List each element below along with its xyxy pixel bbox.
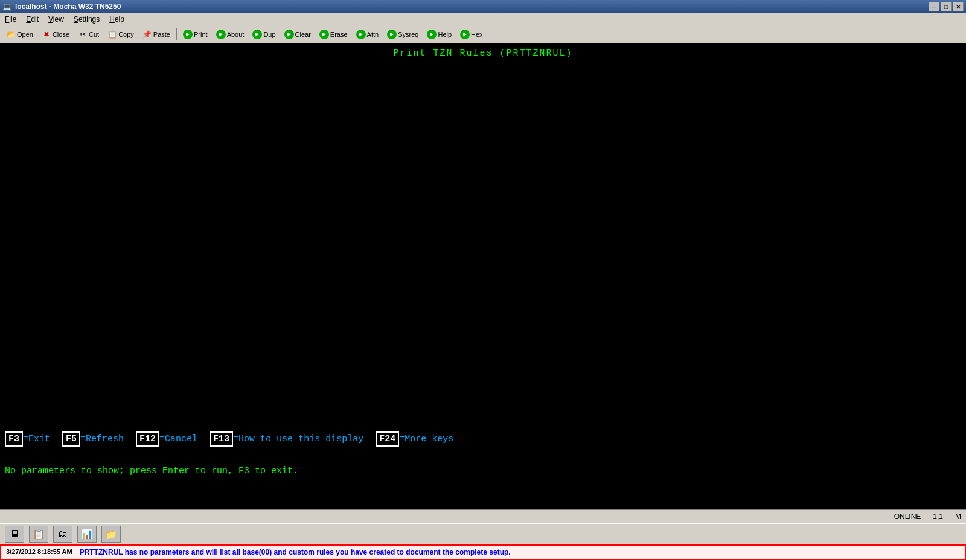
cut-button[interactable]: ✂ Cut [74,28,103,41]
f12-key[interactable]: F12 [136,431,159,447]
open-label: Open [17,31,33,38]
sysreq-icon: ▶ [387,30,397,39]
print-label: Print [194,31,208,38]
close-button[interactable]: ✕ [953,2,964,11]
cursor-position: 1,1 [933,512,943,521]
close-label: Close [53,31,69,38]
f13-label: =How to use this display [233,434,363,444]
menu-help[interactable]: Help [104,14,129,25]
clear-button[interactable]: ▶ Clear [281,28,315,41]
title-bar-title: 💻 localhost - Mocha W32 TN5250 [2,2,121,11]
about-button[interactable]: ▶ About [213,28,248,41]
hex-icon: ▶ [460,30,470,39]
menu-file[interactable]: File [0,14,21,25]
help-label: Help [438,31,452,38]
screen-title: Print TZN Rules (PRTTZNRUL) [5,46,961,61]
fn-group-f13: F13=How to use this display [210,431,363,447]
fn-group-f3: F3=Exit [5,431,50,447]
title-bar: 💻 localhost - Mocha W32 TN5250 ─ □ ✕ [0,0,966,13]
f3-key[interactable]: F3 [5,431,23,447]
copy-label: Copy [118,31,134,38]
online-status: ONLINE [894,512,921,521]
maximize-button[interactable]: □ [941,2,952,11]
f3-label: =Exit [23,434,50,444]
taskbar-icon-2[interactable]: 📋 [29,526,48,542]
taskbar-icon-4[interactable]: 📊 [77,526,97,542]
paste-button[interactable]: 📌 Paste [139,28,174,41]
hex-button[interactable]: ▶ Hex [456,28,487,41]
taskbar-icon-5[interactable]: 📁 [101,526,121,542]
status-bar: ONLINE 1,1 M [0,509,966,523]
toolbar: 📂 Open ✖ Close ✂ Cut 📋 Copy 📌 Paste ▶ Pr… [0,25,966,43]
attn-button[interactable]: ▶ Attn [353,28,383,41]
taskbar-icon-1[interactable]: 🖥 [5,526,24,542]
toolbar-separator-1 [176,28,177,40]
close-button-toolbar[interactable]: ✖ Close [38,28,73,41]
menu-bar: File Edit View Settings Help [0,13,966,25]
erase-icon: ▶ [319,30,329,39]
print-icon: ▶ [183,30,193,39]
fn-group-f12: F12=Cancel [136,431,197,447]
clear-label: Clear [295,31,311,38]
title-bar-icon: 💻 [2,2,11,11]
taskbar-icon-3[interactable]: 🗂 [53,526,72,542]
fn-group-f24: F24=More keys [376,431,453,447]
attn-label: Attn [367,31,379,38]
sysreq-button[interactable]: ▶ Sysreq [383,28,422,41]
f5-key[interactable]: F5 [62,431,80,447]
dup-button[interactable]: ▶ Dup [249,28,279,41]
print-button[interactable]: ▶ Print [179,28,211,41]
title-bar-text: localhost - Mocha W32 TN5250 [15,2,121,11]
menu-edit[interactable]: Edit [21,14,43,25]
paste-label: Paste [153,31,170,38]
mode-indicator: M [955,512,961,521]
terminal-screen[interactable]: Print TZN Rules (PRTTZNRUL) F3=Exit F5=R… [0,43,966,509]
erase-label: Erase [330,31,348,38]
main-window: 💻 localhost - Mocha W32 TN5250 ─ □ ✕ Fil… [0,0,966,560]
function-key-bar: F3=Exit F5=Refresh F12=Cancel F13=How to… [0,429,966,449]
f5-label: =Refresh [80,434,124,444]
f24-key[interactable]: F24 [376,431,399,447]
f24-label: =More keys [399,434,453,444]
menu-view[interactable]: View [43,14,69,25]
about-label: About [227,31,245,38]
notification-message: PRTTZNRUL has no parameters and will lis… [80,548,511,556]
taskbar-row: 🖥 📋 🗂 📊 📁 [0,523,966,544]
hex-label: Hex [471,31,483,38]
title-bar-controls: ─ □ ✕ [929,2,964,11]
erase-button[interactable]: ▶ Erase [316,28,351,41]
terminal-wrapper: Print TZN Rules (PRTTZNRUL) F3=Exit F5=R… [0,43,966,523]
help-icon: ▶ [427,30,437,39]
about-icon: ▶ [216,30,226,39]
terminal-status-message: No parameters to show; press Enter to ru… [5,466,298,476]
f12-label: =Cancel [159,434,197,444]
copy-button[interactable]: 📋 Copy [104,28,138,41]
cut-label: Cut [89,31,99,38]
copy-icon: 📋 [107,30,117,39]
dup-label: Dup [263,31,275,38]
cut-icon: ✂ [78,30,88,39]
minimize-button[interactable]: ─ [929,2,939,11]
sysreq-label: Sysreq [398,31,418,38]
dup-icon: ▶ [252,30,262,39]
paste-icon: 📌 [142,30,152,39]
help-button[interactable]: ▶ Help [423,28,455,41]
fn-group-f5: F5=Refresh [62,431,124,447]
menu-settings[interactable]: Settings [69,14,104,25]
open-icon: 📂 [6,30,16,39]
notification-timestamp: 3/27/2012 8:18:55 AM [6,548,72,555]
notification-area: 3/27/2012 8:18:55 AM PRTTZNRUL has no pa… [0,544,966,560]
open-button[interactable]: 📂 Open [2,28,37,41]
close-icon: ✖ [42,30,51,39]
clear-icon: ▶ [284,30,294,39]
attn-icon: ▶ [356,30,366,39]
f13-key[interactable]: F13 [210,431,233,447]
